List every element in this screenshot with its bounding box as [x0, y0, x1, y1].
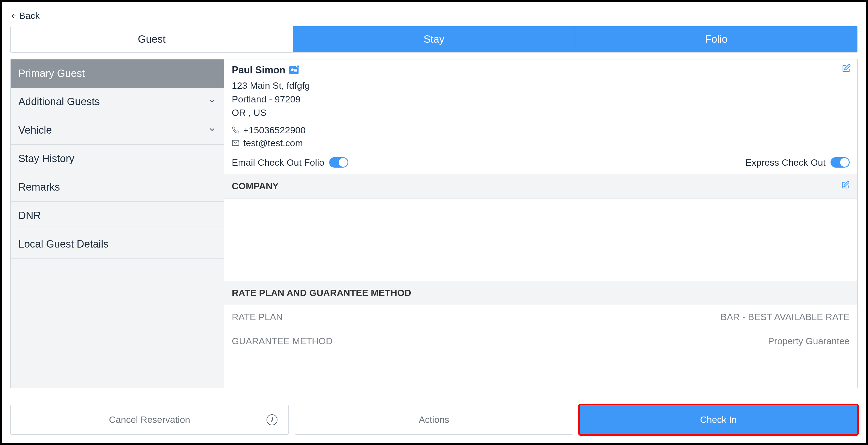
guest-email: test@test.com: [243, 138, 303, 148]
sidebar-item-additional-guests[interactable]: Additional Guests: [11, 88, 224, 116]
content-area: Primary Guest Additional Guests Vehicle …: [10, 59, 858, 388]
tab-stay-label: Stay: [424, 33, 444, 45]
guarantee-label: GUARANTEE METHOD: [232, 336, 333, 347]
guarantee-value: Property Guarantee: [768, 336, 850, 347]
sidebar-item-remarks[interactable]: Remarks: [11, 173, 224, 202]
sidebar-item-label: DNR: [18, 210, 41, 221]
rateplan-label: RATE PLAN: [232, 312, 283, 322]
rateplan-value: BAR - BEST AVAILABLE RATE: [720, 312, 850, 322]
back-button[interactable]: Back: [10, 8, 40, 26]
bottom-actions: Cancel Reservation i Actions Check In: [10, 405, 858, 435]
sidebar-item-vehicle[interactable]: Vehicle: [11, 116, 224, 145]
profile-card-icon[interactable]: [289, 66, 299, 74]
sidebar-item-local-details[interactable]: Local Guest Details: [11, 230, 224, 259]
back-label: Back: [19, 10, 40, 21]
guest-address-line1: 123 Main St, fdfgfg: [232, 79, 850, 92]
arrow-left-icon: [10, 12, 18, 20]
sidebar-item-dnr[interactable]: DNR: [11, 202, 224, 230]
cancel-label: Cancel Reservation: [11, 414, 288, 425]
sidebar-item-primary-guest[interactable]: Primary Guest: [11, 59, 224, 88]
tab-guest-label: Guest: [138, 33, 165, 45]
detail-pane: Paul Simon 123 Main St, fdfgfg Portland …: [224, 59, 857, 388]
tab-folio-label: Folio: [705, 33, 727, 45]
rateplan-row: RATE PLAN BAR - BEST AVAILABLE RATE: [224, 305, 857, 329]
check-in-button[interactable]: Check In: [579, 405, 858, 435]
sidebar-item-stay-history[interactable]: Stay History: [11, 145, 224, 173]
info-icon[interactable]: i: [267, 414, 277, 425]
sidebar-item-label: Primary Guest: [18, 68, 85, 80]
email-folio-label: Email Check Out Folio: [232, 157, 324, 168]
express-checkout-label: Express Check Out: [745, 157, 826, 168]
edit-company-button[interactable]: [841, 181, 850, 192]
mail-icon: [232, 139, 240, 147]
guest-info-block: Paul Simon 123 Main St, fdfgfg Portland …: [224, 59, 857, 152]
rateplan-header-label: RATE PLAN AND GUARANTEE METHOD: [232, 288, 411, 298]
chevron-down-icon: [208, 124, 216, 136]
checkin-label: Check In: [700, 414, 737, 425]
top-tabs: Guest Stay Folio: [10, 26, 858, 53]
tab-guest[interactable]: Guest: [11, 26, 293, 52]
actions-button[interactable]: Actions: [295, 405, 573, 435]
sidebar-item-label: Local Guest Details: [18, 238, 108, 250]
email-folio-toggle[interactable]: [329, 157, 348, 168]
actions-label: Actions: [419, 414, 449, 425]
company-section-header: COMPANY: [224, 174, 857, 199]
sidebar-item-label: Additional Guests: [18, 96, 100, 108]
guest-phone: +15036522900: [243, 125, 306, 136]
cancel-reservation-button[interactable]: Cancel Reservation i: [10, 405, 289, 435]
guest-email-row: test@test.com: [232, 138, 850, 148]
edit-icon: [841, 64, 851, 73]
svg-rect-0: [232, 141, 239, 146]
company-header-label: COMPANY: [232, 181, 279, 191]
guest-address-line3: OR , US: [232, 106, 850, 119]
edit-icon: [841, 181, 850, 189]
guarantee-row: GUARANTEE METHOD Property Guarantee: [224, 329, 857, 353]
tab-folio[interactable]: Folio: [575, 26, 857, 52]
chevron-down-icon: [208, 96, 216, 108]
express-checkout-toggle[interactable]: [831, 157, 850, 168]
sidebar-item-label: Vehicle: [18, 124, 52, 136]
sidebar-item-label: Stay History: [18, 153, 74, 165]
phone-icon: [232, 126, 240, 134]
tab-stay[interactable]: Stay: [293, 26, 576, 52]
toggles-row: Email Check Out Folio Express Check Out: [224, 152, 857, 174]
guest-phone-row: +15036522900: [232, 125, 850, 136]
guest-sidebar: Primary Guest Additional Guests Vehicle …: [11, 59, 224, 388]
guest-name: Paul Simon: [232, 64, 285, 76]
sidebar-item-label: Remarks: [18, 181, 60, 193]
guest-address-line2: Portland - 97209: [232, 93, 850, 106]
rateplan-section-header: RATE PLAN AND GUARANTEE METHOD: [224, 281, 857, 305]
company-body: [224, 199, 857, 281]
edit-guest-button[interactable]: [841, 64, 851, 74]
